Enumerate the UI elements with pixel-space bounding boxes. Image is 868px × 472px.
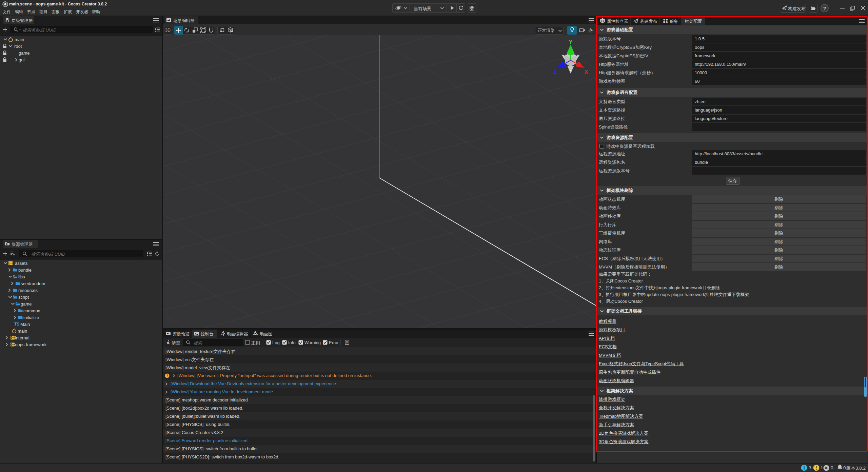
svg-text:X: X (585, 69, 588, 75)
svg-text:Y: Y (569, 39, 573, 45)
svg-text:Z: Z (553, 69, 557, 75)
